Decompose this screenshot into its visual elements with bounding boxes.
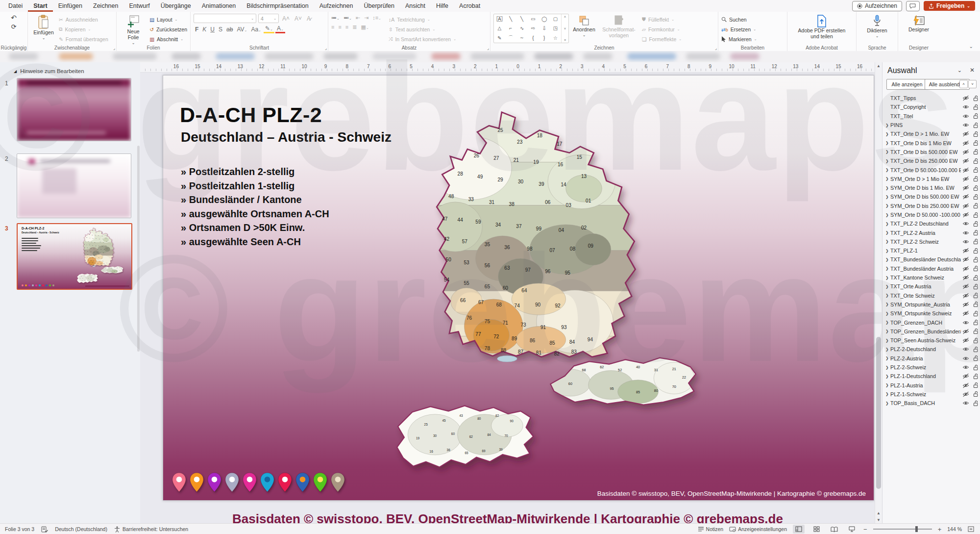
pane-options-chevron-icon[interactable]: ⌄ xyxy=(957,67,962,74)
map-pin-0[interactable] xyxy=(172,472,186,492)
menu-tab--berg-nge[interactable]: Übergänge xyxy=(155,0,196,12)
map-pin-7[interactable] xyxy=(295,472,310,492)
panel-scrollbar[interactable] xyxy=(137,146,140,352)
reading-view-button[interactable] xyxy=(828,525,840,534)
hidden-eye-icon[interactable] xyxy=(961,176,971,182)
selection-item-sym-ortspunkte-schweiz[interactable]: ❯SYM_Ortspunkte Schweiz xyxy=(882,309,980,318)
shape-icon-16[interactable]: } xyxy=(543,35,545,41)
expand-chevron-icon[interactable]: ❯ xyxy=(885,383,890,387)
hidden-eye-icon[interactable] xyxy=(961,275,971,280)
clipboard-dialog-launcher[interactable]: ⌟ xyxy=(113,46,115,51)
smartart-button[interactable]: ⤨In SmartArt konvertieren⌄ xyxy=(389,34,456,44)
map-pin-1[interactable] xyxy=(190,472,204,492)
expand-chevron-icon[interactable]: ❯ xyxy=(885,374,890,379)
cut-button[interactable]: ✂Ausschneiden xyxy=(59,15,108,24)
unlock-icon[interactable] xyxy=(971,113,980,119)
italic-button[interactable]: K xyxy=(201,26,208,33)
unlock-icon[interactable] xyxy=(971,391,980,397)
unlock-icon[interactable] xyxy=(971,95,980,102)
selection-item-txt-orte-d-1-mio-ew[interactable]: ❯TXT_Orte D > 1 Mio. EW xyxy=(882,129,980,138)
unlock-icon[interactable] xyxy=(971,310,980,317)
bullet-list-icon[interactable]: ≔⌄ xyxy=(331,15,340,21)
align-text-button[interactable]: ⇳Text ausrichten⌄ xyxy=(389,25,456,34)
move-down-button[interactable]: ˅ xyxy=(968,80,977,88)
hidden-eye-icon[interactable] xyxy=(961,293,971,299)
selection-item-txt-kantone-schweiz[interactable]: ❯TXT_Kantone Schweiz xyxy=(882,273,980,282)
hidden-eye-icon[interactable] xyxy=(961,310,971,316)
map-pin-3[interactable] xyxy=(225,472,239,492)
align-right-icon[interactable]: ≡ xyxy=(345,24,348,30)
expand-chevron-icon[interactable]: ❯ xyxy=(885,177,890,181)
select-button[interactable]: Markieren⌄ xyxy=(721,34,757,44)
menu-tab-ansicht[interactable]: Ansicht xyxy=(400,0,431,12)
expand-chevron-icon[interactable]: ❯ xyxy=(885,123,890,127)
unlock-icon[interactable] xyxy=(971,319,980,326)
font-color-button[interactable]: A⌄ xyxy=(275,25,285,33)
map-pin-6[interactable] xyxy=(278,472,292,492)
selection-item-txt-copyright[interactable]: TXT_Copyright xyxy=(882,102,980,111)
visible-eye-icon[interactable] xyxy=(961,230,971,236)
justify-icon[interactable]: ≣ xyxy=(352,24,357,30)
selection-item-txt-orte-d-bis-250-000-ew[interactable]: ❯TXT_Orte D bis 250.000 EW xyxy=(882,156,980,165)
pane-close-icon[interactable]: ✕ xyxy=(970,67,975,74)
shape-icon-5[interactable]: ▢ xyxy=(553,16,558,22)
selection-item-sym-orte-d-50-000-100-000-ew[interactable]: ❯SYM_Orte D 50.000 -100.000 EW xyxy=(882,210,980,219)
clear-format-icon[interactable]: A̷ xyxy=(305,15,312,22)
shape-icon-12[interactable]: ✎ xyxy=(497,35,501,41)
expand-chevron-icon[interactable]: ❯ xyxy=(885,266,890,271)
strikethrough-button[interactable]: ab xyxy=(225,26,234,33)
menu-tab-einf-gen[interactable]: Einfügen xyxy=(53,0,88,12)
expand-chevron-icon[interactable]: ❯ xyxy=(885,392,890,396)
expand-chevron-icon[interactable]: ❯ xyxy=(885,311,890,316)
selection-item-plz-1-austria[interactable]: ❯PLZ-1-Austria xyxy=(882,381,980,390)
selection-item-txt-plz-2-schweiz[interactable]: ❯TXT_PLZ-2 Schweiz xyxy=(882,237,980,246)
slide-copyright[interactable]: Basisdaten © swisstopo, BEV, OpenStreetM… xyxy=(597,490,866,497)
expand-chevron-icon[interactable]: ❯ xyxy=(885,329,890,333)
hidden-eye-icon[interactable] xyxy=(961,185,971,191)
unlock-icon[interactable] xyxy=(971,337,980,344)
underline-button[interactable]: U xyxy=(209,26,216,33)
shape-outline-button[interactable]: ▱Formkontur⌄ xyxy=(642,25,682,34)
zoom-out-button[interactable]: − xyxy=(863,526,867,533)
hidden-eye-icon[interactable] xyxy=(961,149,971,155)
expand-chevron-icon[interactable]: ❯ xyxy=(885,276,890,280)
selection-item-plz-1-schweiz[interactable]: ❯PLZ-1-Schweiz xyxy=(882,390,980,399)
expand-chevron-icon[interactable]: ❯ xyxy=(885,401,890,406)
section-button[interactable]: ▥Abschnitt⌄ xyxy=(149,34,187,44)
unlock-icon[interactable] xyxy=(971,328,980,334)
char-spacing-button[interactable]: AV⌄ xyxy=(235,26,248,33)
expand-chevron-icon[interactable]: ❯ xyxy=(885,239,890,244)
hidden-eye-icon[interactable] xyxy=(961,329,971,334)
accessibility-checker[interactable]: Barrierefreiheit: Untersuchen xyxy=(114,526,188,533)
hidden-eye-icon[interactable] xyxy=(961,283,971,289)
hidden-eye-icon[interactable] xyxy=(961,391,971,397)
unlock-icon[interactable] xyxy=(971,167,980,173)
unlock-icon[interactable] xyxy=(971,346,980,353)
selection-item-txt-orte-d-50-000-100-000-ew[interactable]: ❯TXT_Orte D 50.000-100.000 EW xyxy=(882,165,980,174)
normal-view-button[interactable] xyxy=(793,525,805,534)
decrease-indent-icon[interactable]: ⇤ xyxy=(356,15,360,21)
shape-icon-13[interactable]: ⌒ xyxy=(508,34,513,41)
menu-tab-datei[interactable]: Datei xyxy=(3,0,28,12)
hidden-eye-icon[interactable] xyxy=(961,382,971,388)
replace-button[interactable]: ⇄b Ersetzen⌄ xyxy=(721,25,757,34)
zoom-in-button[interactable]: + xyxy=(938,526,942,533)
selection-item-plz-2-schweiz[interactable]: ❯PLZ-2-Schweiz xyxy=(882,363,980,372)
hidden-eye-icon[interactable] xyxy=(961,248,971,254)
expand-chevron-icon[interactable]: ❯ xyxy=(885,257,890,262)
format-painter-button[interactable]: ✎Format übertragen xyxy=(59,34,108,44)
hidden-eye-icon[interactable] xyxy=(961,302,971,307)
section-header[interactable]: ◢ Hinweise zum Bearbeiten xyxy=(14,68,84,74)
slide-2-thumbnail[interactable] xyxy=(17,153,131,218)
visible-eye-icon[interactable] xyxy=(961,346,971,352)
hidden-eye-icon[interactable] xyxy=(961,212,971,218)
shape-icon-6[interactable]: △ xyxy=(498,25,502,31)
selection-item-txt-orte-schweiz[interactable]: ❯TXT_Orte Schweiz xyxy=(882,291,980,300)
unlock-icon[interactable] xyxy=(971,400,980,407)
selection-item-plz-1-deutschland[interactable]: ❯PLZ-1-Deutschland xyxy=(882,372,980,381)
unlock-icon[interactable] xyxy=(971,131,980,137)
shape-icon-3[interactable]: ▭ xyxy=(531,16,535,22)
menu-tab-zeichnen[interactable]: Zeichnen xyxy=(88,0,123,12)
map-pin-8[interactable] xyxy=(313,472,327,492)
selection-item-pins[interactable]: ❯PINS xyxy=(882,121,980,129)
